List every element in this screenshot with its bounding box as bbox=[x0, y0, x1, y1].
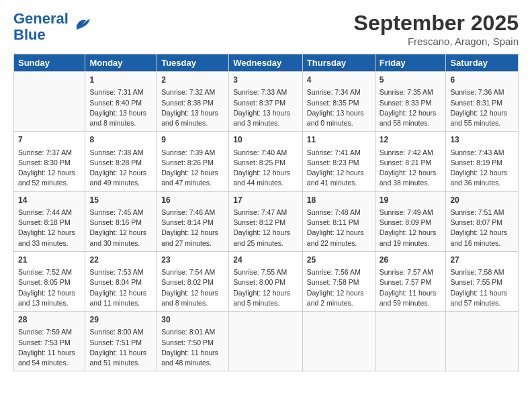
table-row: 29Sunrise: 8:00 AMSunset: 7:51 PMDayligh… bbox=[85, 312, 157, 371]
daylight-text: Daylight: 13 hours and 6 minutes. bbox=[161, 109, 218, 127]
day-number: 30 bbox=[161, 314, 224, 326]
sunrise-text: Sunrise: 7:38 AM bbox=[89, 148, 143, 156]
table-row: 17Sunrise: 7:47 AMSunset: 8:12 PMDayligh… bbox=[229, 191, 303, 251]
table-row: 24Sunrise: 7:55 AMSunset: 8:00 PMDayligh… bbox=[229, 251, 303, 311]
sunset-text: Sunset: 8:18 PM bbox=[18, 218, 71, 226]
sunset-text: Sunset: 8:38 PM bbox=[161, 99, 214, 107]
day-number: 29 bbox=[89, 314, 152, 326]
day-number: 4 bbox=[307, 75, 371, 86]
sunset-text: Sunset: 8:35 PM bbox=[307, 99, 359, 107]
sunrise-text: Sunrise: 7:31 AM bbox=[89, 88, 143, 96]
sunrise-text: Sunrise: 7:55 AM bbox=[233, 268, 287, 276]
day-number: 3 bbox=[233, 75, 298, 86]
sunset-text: Sunset: 8:16 PM bbox=[89, 218, 142, 226]
table-row: 23Sunrise: 7:54 AMSunset: 8:02 PMDayligh… bbox=[157, 251, 229, 311]
day-number: 15 bbox=[89, 195, 152, 206]
table-row: 2Sunrise: 7:32 AMSunset: 8:38 PMDaylight… bbox=[157, 72, 229, 132]
calendar-week-row: 21Sunrise: 7:52 AMSunset: 8:05 PMDayligh… bbox=[14, 251, 519, 311]
sunrise-text: Sunrise: 7:49 AM bbox=[380, 208, 433, 216]
sunset-text: Sunset: 7:50 PM bbox=[161, 338, 214, 347]
sunrise-text: Sunrise: 7:48 AM bbox=[307, 208, 361, 216]
header-thursday: Thursday bbox=[302, 54, 375, 72]
sunrise-text: Sunrise: 7:45 AM bbox=[89, 208, 143, 216]
sunset-text: Sunset: 8:40 PM bbox=[89, 99, 142, 107]
sunrise-text: Sunrise: 7:59 AM bbox=[18, 328, 72, 336]
sunset-text: Sunset: 8:07 PM bbox=[450, 218, 502, 226]
daylight-text: Daylight: 12 hours and 2 minutes. bbox=[307, 289, 364, 307]
daylight-text: Daylight: 13 hours and 3 minutes. bbox=[233, 109, 290, 127]
day-number: 8 bbox=[89, 134, 152, 146]
sunrise-text: Sunrise: 7:32 AM bbox=[161, 88, 215, 96]
sunset-text: Sunset: 8:31 PM bbox=[450, 99, 502, 107]
sunset-text: Sunset: 8:19 PM bbox=[450, 158, 502, 167]
table-row bbox=[229, 312, 303, 371]
daylight-text: Daylight: 13 hours and 0 minutes. bbox=[307, 109, 364, 127]
sunrise-text: Sunrise: 7:58 AM bbox=[450, 268, 504, 276]
day-number: 14 bbox=[18, 195, 81, 206]
day-number: 13 bbox=[450, 134, 514, 146]
daylight-text: Daylight: 12 hours and 36 minutes. bbox=[450, 169, 507, 187]
daylight-text: Daylight: 12 hours and 55 minutes. bbox=[450, 109, 507, 127]
table-row: 9Sunrise: 7:39 AMSunset: 8:26 PMDaylight… bbox=[157, 132, 229, 191]
weekday-header-row: Sunday Monday Tuesday Wednesday Thursday… bbox=[14, 54, 519, 72]
sunrise-text: Sunrise: 7:40 AM bbox=[233, 148, 287, 156]
sunset-text: Sunset: 8:28 PM bbox=[89, 158, 142, 167]
location: Frescano, Aragon, Spain bbox=[354, 36, 519, 47]
day-number: 28 bbox=[18, 314, 81, 326]
sunset-text: Sunset: 8:21 PM bbox=[380, 158, 432, 167]
table-row: 26Sunrise: 7:57 AMSunset: 7:57 PMDayligh… bbox=[375, 251, 446, 311]
table-row: 10Sunrise: 7:40 AMSunset: 8:25 PMDayligh… bbox=[229, 132, 303, 191]
sunrise-text: Sunrise: 7:47 AM bbox=[233, 208, 287, 216]
daylight-text: Daylight: 12 hours and 16 minutes. bbox=[450, 228, 507, 246]
daylight-text: Daylight: 12 hours and 30 minutes. bbox=[89, 228, 146, 246]
sunset-text: Sunset: 7:51 PM bbox=[89, 338, 142, 347]
day-number: 11 bbox=[307, 134, 371, 146]
day-number: 25 bbox=[307, 255, 371, 266]
table-row: 22Sunrise: 7:53 AMSunset: 8:04 PMDayligh… bbox=[85, 251, 157, 311]
sunrise-text: Sunrise: 7:53 AM bbox=[89, 268, 143, 276]
calendar-table: Sunday Monday Tuesday Wednesday Thursday… bbox=[13, 54, 519, 371]
daylight-text: Daylight: 12 hours and 27 minutes. bbox=[161, 228, 218, 246]
sunset-text: Sunset: 8:14 PM bbox=[161, 218, 214, 226]
sunset-text: Sunset: 8:30 PM bbox=[18, 158, 71, 167]
daylight-text: Daylight: 12 hours and 11 minutes. bbox=[89, 289, 146, 307]
sunset-text: Sunset: 8:23 PM bbox=[307, 158, 359, 167]
daylight-text: Daylight: 12 hours and 33 minutes. bbox=[18, 228, 75, 246]
day-number: 7 bbox=[18, 134, 81, 146]
table-row: 16Sunrise: 7:46 AMSunset: 8:14 PMDayligh… bbox=[157, 191, 229, 251]
sunset-text: Sunset: 8:37 PM bbox=[233, 99, 285, 107]
sunset-text: Sunset: 7:58 PM bbox=[307, 278, 359, 286]
daylight-text: Daylight: 12 hours and 19 minutes. bbox=[380, 228, 437, 246]
title-block: September 2025 Frescano, Aragon, Spain bbox=[354, 11, 519, 47]
daylight-text: Daylight: 12 hours and 58 minutes. bbox=[380, 109, 437, 127]
table-row: 1Sunrise: 7:31 AMSunset: 8:40 PMDaylight… bbox=[85, 72, 157, 132]
sunset-text: Sunset: 8:05 PM bbox=[18, 278, 71, 286]
sunset-text: Sunset: 8:04 PM bbox=[89, 278, 142, 286]
daylight-text: Daylight: 11 hours and 48 minutes. bbox=[161, 349, 218, 367]
sunrise-text: Sunrise: 7:35 AM bbox=[380, 88, 433, 96]
logo-bird-icon bbox=[71, 13, 93, 35]
daylight-text: Daylight: 11 hours and 51 minutes. bbox=[89, 349, 146, 367]
sunset-text: Sunset: 8:02 PM bbox=[161, 278, 214, 286]
table-row: 20Sunrise: 7:51 AMSunset: 8:07 PMDayligh… bbox=[446, 191, 519, 251]
sunrise-text: Sunrise: 7:56 AM bbox=[307, 268, 361, 276]
table-row: 8Sunrise: 7:38 AMSunset: 8:28 PMDaylight… bbox=[85, 132, 157, 191]
day-number: 1 bbox=[89, 75, 152, 86]
day-number: 20 bbox=[450, 195, 514, 206]
day-number: 26 bbox=[380, 255, 442, 266]
sunrise-text: Sunrise: 7:42 AM bbox=[380, 148, 433, 156]
day-number: 23 bbox=[161, 255, 224, 266]
sunrise-text: Sunrise: 7:36 AM bbox=[450, 88, 504, 96]
table-row: 18Sunrise: 7:48 AMSunset: 8:11 PMDayligh… bbox=[302, 191, 375, 251]
table-row: 12Sunrise: 7:42 AMSunset: 8:21 PMDayligh… bbox=[375, 132, 446, 191]
table-row: 27Sunrise: 7:58 AMSunset: 7:55 PMDayligh… bbox=[446, 251, 519, 311]
day-number: 2 bbox=[161, 75, 224, 86]
sunrise-text: Sunrise: 7:54 AM bbox=[161, 268, 215, 276]
table-row: 11Sunrise: 7:41 AMSunset: 8:23 PMDayligh… bbox=[302, 132, 375, 191]
day-number: 21 bbox=[18, 255, 81, 266]
daylight-text: Daylight: 13 hours and 8 minutes. bbox=[89, 109, 146, 127]
daylight-text: Daylight: 12 hours and 38 minutes. bbox=[380, 169, 437, 187]
sunrise-text: Sunrise: 7:51 AM bbox=[450, 208, 504, 216]
table-row: 15Sunrise: 7:45 AMSunset: 8:16 PMDayligh… bbox=[85, 191, 157, 251]
daylight-text: Daylight: 12 hours and 44 minutes. bbox=[233, 169, 290, 187]
